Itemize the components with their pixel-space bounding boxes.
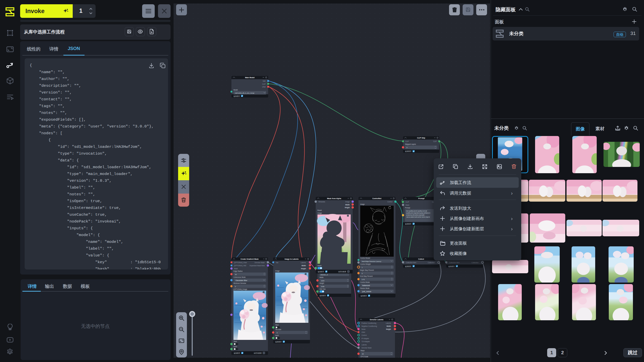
svg-text:Denoise Mask: Denoise Mask [255, 262, 265, 263]
svg-text:ControlNet: ControlNet [372, 198, 382, 199]
svg-text:使用缓存: 使用缓存 [233, 95, 240, 97]
svg-text:CLIP: CLIP [405, 141, 409, 142]
svg-text:Control: Control [387, 201, 392, 203]
svg-text:Board: Board [317, 209, 322, 211]
svg-text:Begin Step Percent: Begin Step Percent [360, 269, 374, 271]
svg-text:nai1-artist_all_in_one_merge: nai1-artist_all_in_one_merge [235, 92, 255, 94]
svg-text:Collection: Collection [428, 262, 435, 263]
svg-text:Image to Latents: Image to Latents [285, 258, 299, 260]
svg-text:Image: Image [360, 203, 365, 205]
svg-text:CLIP Skip: CLIP Skip [417, 137, 425, 139]
svg-text:Fp32: Fp32 [233, 346, 237, 348]
svg-text:CFG Scale: CFG Scale [360, 356, 368, 357]
svg-text:IP-Adapter: IP-Adapter [361, 338, 369, 340]
svg-text:Noise: Noise [361, 328, 366, 330]
svg-text:Denoise Latents: Denoise Latents [370, 319, 383, 321]
svg-text:CLIP: CLIP [262, 83, 266, 85]
svg-text:T2I-Adapter: T2I-Adapter [361, 341, 370, 343]
svg-text:Latents: Latents [301, 262, 306, 263]
svg-text:name,watermark,artist name,sig: name,watermark,artist name,signat [406, 216, 430, 218]
svg-text:Use Cpu: Use Cpu [319, 288, 326, 290]
svg-text:Negative Conditioning: Negative Conditioning [361, 325, 377, 327]
svg-text:保存到图库: 保存到图库 [338, 271, 346, 273]
svg-text:Resize Mode: Resize Mode [360, 287, 370, 289]
svg-text:Skipped Layers: Skipped Layers [405, 143, 416, 145]
svg-text:Mask: Mask [406, 204, 410, 206]
svg-text:使用缓存: 使用缓存 [448, 265, 455, 267]
svg-text:Height: Height [301, 268, 306, 270]
svg-text:Denoise Mask: Denoise Mask [361, 347, 372, 349]
svg-text:Gaussian Blur: Gaussian Blur [235, 279, 248, 282]
svg-text:Vae: Vae [276, 262, 278, 263]
svg-text:Height: Height [319, 282, 324, 284]
svg-text:CLIP: CLIP [406, 201, 409, 203]
svg-text:使用缓存: 使用缓存 [234, 352, 240, 354]
svg-text:Image: Image [317, 212, 322, 214]
svg-text:使用缓存: 使用缓存 [405, 223, 412, 225]
svg-text:Width: Width [302, 265, 306, 266]
svg-text:Invert: Invert [317, 265, 321, 266]
svg-text:Mask: Mask [234, 268, 238, 269]
svg-text:low quality,worst quality,norm: low quality,worst quality,normal [406, 210, 427, 212]
svg-text:Control Mode: Control Mode [360, 281, 370, 283]
svg-text:Model: Model [233, 89, 238, 91]
svg-text:Width: Width [387, 325, 391, 327]
svg-text:Expanded Mask Area: Expanded Mask Area [250, 265, 265, 267]
svg-text:Create Gradient Mask: Create Gradient Mask [240, 258, 259, 260]
svg-text:Width: Width [319, 277, 324, 278]
svg-text:使用缓存: 使用缓存 [405, 150, 412, 152]
svg-text:Collection: Collection [471, 262, 478, 263]
svg-text:[OPTIONAL] UNet: [OPTIONAL] UNet [234, 262, 247, 264]
svg-text:Collection Item: Collection Item [406, 262, 416, 263]
svg-text:Height: Height [345, 207, 350, 209]
svg-text:Prompt: Prompt [418, 198, 425, 200]
svg-text:Tile Size: Tile Size [275, 329, 281, 330]
svg-text:使用缓存: 使用缓存 [405, 265, 412, 267]
svg-text:Mask from Alpha: Mask from Alpha [327, 198, 341, 200]
svg-text:End Step Percent: End Step Percent [360, 275, 373, 277]
svg-text:Positive Conditioning: Positive Conditioning [361, 322, 376, 324]
svg-text:Metadata: Metadata [318, 201, 325, 203]
svg-text:Tiled: Tiled [275, 324, 279, 326]
svg-text:Height: Height [386, 328, 391, 330]
svg-text:[OPTIONAL] VAE: [OPTIONAL] VAE [234, 265, 246, 267]
svg-text:Control Weight: Control Weight [360, 263, 371, 265]
svg-text:Control Model: Control Model [360, 257, 370, 259]
svg-text:Main Model: Main Model [245, 77, 255, 78]
svg-text:just_resize: just_resize [362, 290, 371, 293]
svg-text:1536: 1536 [321, 286, 325, 287]
svg-text:CLIP: CLIP [433, 141, 437, 142]
svg-text:Control: Control [361, 334, 367, 336]
svg-text:16: 16 [235, 274, 237, 275]
svg-text:[OPTIONAL] Image: [OPTIONAL] Image [233, 288, 247, 290]
svg-text:0.75: 0.75 [362, 279, 365, 280]
svg-text:保存到图库: 保存到图库 [254, 352, 262, 354]
svg-text:Minimum Denoise: Minimum Denoise [233, 282, 246, 284]
svg-text:anatomy,old,early,copyright: anatomy,old,early,copyright [406, 214, 425, 216]
svg-text:balanced: balanced [362, 284, 370, 287]
svg-text:quality,text,signature,jpeg ar: quality,text,signature,jpeg artifacts,b [406, 212, 430, 214]
svg-text:20: 20 [362, 353, 364, 355]
svg-text:1024: 1024 [321, 280, 325, 282]
svg-text:Steps: Steps [360, 350, 365, 352]
svg-text:UNet: UNet [361, 331, 365, 333]
svg-text:使用缓存: 使用缓存 [318, 271, 324, 273]
svg-text:Edge Radius: Edge Radius [233, 270, 243, 272]
svg-text:Latents: Latents [361, 344, 367, 346]
svg-text:Fp32: Fp32 [275, 335, 279, 337]
svg-text:Tiled: Tiled [233, 341, 237, 342]
svg-text:Collect: Collect [418, 258, 424, 260]
svg-text:使用缓存: 使用缓存 [360, 295, 367, 297]
svg-text:UNet: UNet [262, 86, 266, 88]
svg-text:使用缓存: 使用缓存 [275, 341, 282, 343]
svg-text:Hard Edge Detection (canny): Hard Edge Detection (canny) [362, 261, 381, 262]
svg-text:Image: Image [275, 270, 280, 272]
svg-text:Width: Width [345, 204, 350, 206]
svg-text:Collection Item: Collection Item [449, 262, 460, 263]
svg-text:Latents: Latents [386, 322, 391, 324]
svg-text:使用缓存: 使用缓存 [319, 295, 326, 297]
svg-text:Coherence Mode: Coherence Mode [233, 276, 246, 278]
svg-text:Image: Image [345, 201, 350, 203]
svg-text:shiertier_xl: shiertier_xl [320, 274, 328, 276]
svg-text:Prompt: Prompt [405, 207, 410, 209]
